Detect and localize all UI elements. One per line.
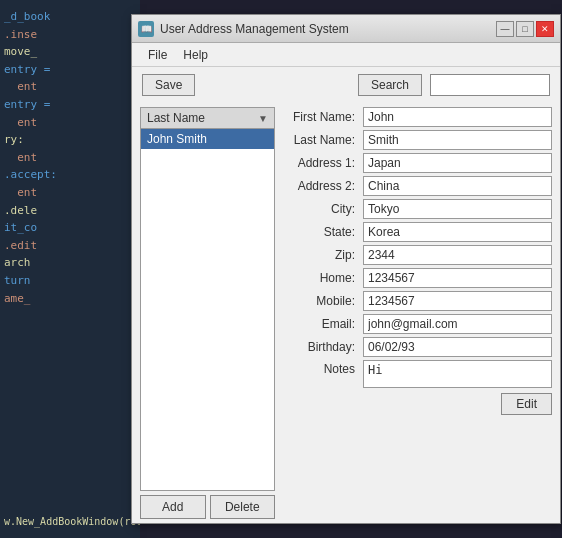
form-row-zip: Zip:: [283, 245, 552, 265]
input-first-name[interactable]: [363, 107, 552, 127]
label-home: Home:: [283, 271, 363, 285]
main-content: Last Name ▼ John Smith Add Delete First …: [132, 103, 560, 523]
form-row-address2: Address 2:: [283, 176, 552, 196]
save-button[interactable]: Save: [142, 74, 195, 96]
name-list[interactable]: John Smith: [140, 128, 275, 491]
label-address2: Address 2:: [283, 179, 363, 193]
title-bar: 📖 User Address Management System — □ ✕: [132, 15, 560, 43]
title-controls: — □ ✕: [496, 21, 554, 37]
label-first-name: First Name:: [283, 110, 363, 124]
label-email: Email:: [283, 317, 363, 331]
add-button[interactable]: Add: [140, 495, 206, 519]
label-city: City:: [283, 202, 363, 216]
input-home[interactable]: [363, 268, 552, 288]
code-background: _d_book .inse move_ entry = ent entry = …: [0, 0, 140, 538]
main-window: 📖 User Address Management System — □ ✕ F…: [131, 14, 561, 524]
list-item[interactable]: John Smith: [141, 129, 274, 149]
app-icon: 📖: [138, 21, 154, 37]
title-bar-left: 📖 User Address Management System: [138, 21, 349, 37]
left-panel: Last Name ▼ John Smith Add Delete: [140, 107, 275, 519]
form-row-home: Home:: [283, 268, 552, 288]
form-row-email: Email:: [283, 314, 552, 334]
input-state[interactable]: [363, 222, 552, 242]
list-header: Last Name ▼: [140, 107, 275, 128]
toolbar: Save Search: [132, 67, 560, 103]
label-state: State:: [283, 225, 363, 239]
input-city[interactable]: [363, 199, 552, 219]
form-row-first-name: First Name:: [283, 107, 552, 127]
input-last-name[interactable]: [363, 130, 552, 150]
label-zip: Zip:: [283, 248, 363, 262]
search-input[interactable]: [430, 74, 550, 96]
maximize-button[interactable]: □: [516, 21, 534, 37]
input-zip[interactable]: [363, 245, 552, 265]
edit-button[interactable]: Edit: [501, 393, 552, 415]
menu-help[interactable]: Help: [175, 46, 216, 64]
menu-bar: File Help: [132, 43, 560, 67]
form-row-birthday: Birthday:: [283, 337, 552, 357]
list-buttons: Add Delete: [140, 495, 275, 519]
form-row-last-name: Last Name:: [283, 130, 552, 150]
label-last-name: Last Name:: [283, 133, 363, 147]
right-panel: First Name: Last Name: Address 1: Addres…: [283, 107, 552, 519]
label-mobile: Mobile:: [283, 294, 363, 308]
label-notes: Notes: [283, 360, 363, 376]
form-footer: Edit: [283, 393, 552, 415]
input-mobile[interactable]: [363, 291, 552, 311]
search-button[interactable]: Search: [358, 74, 422, 96]
input-notes[interactable]: Hi: [363, 360, 552, 388]
delete-button[interactable]: Delete: [210, 495, 276, 519]
list-column-label: Last Name: [147, 111, 205, 125]
input-email[interactable]: [363, 314, 552, 334]
minimize-button[interactable]: —: [496, 21, 514, 37]
label-address1: Address 1:: [283, 156, 363, 170]
form-row-city: City:: [283, 199, 552, 219]
form-row-address1: Address 1:: [283, 153, 552, 173]
input-address2[interactable]: [363, 176, 552, 196]
label-birthday: Birthday:: [283, 340, 363, 354]
sort-icon: ▼: [258, 113, 268, 124]
input-address1[interactable]: [363, 153, 552, 173]
form-row-state: State:: [283, 222, 552, 242]
form-row-mobile: Mobile:: [283, 291, 552, 311]
window-title: User Address Management System: [160, 22, 349, 36]
close-button[interactable]: ✕: [536, 21, 554, 37]
input-birthday[interactable]: [363, 337, 552, 357]
form-row-notes: Notes Hi: [283, 360, 552, 388]
menu-file[interactable]: File: [140, 46, 175, 64]
